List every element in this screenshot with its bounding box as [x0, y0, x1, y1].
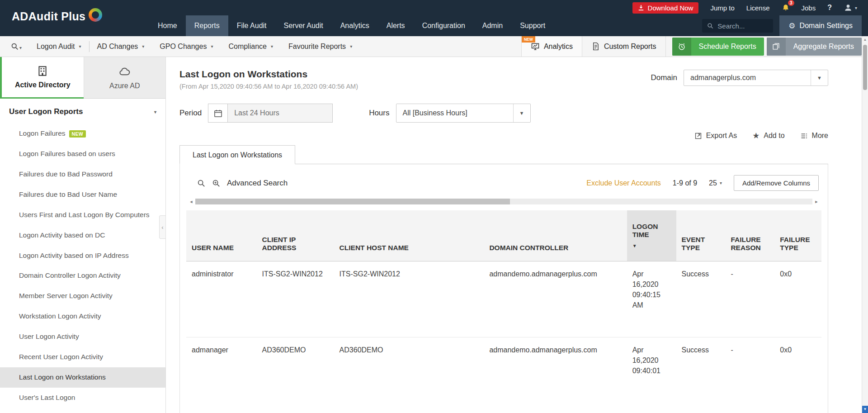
sidebar-item[interactable]: Domain Controller Logon Activity — [0, 266, 165, 286]
sidebar-item[interactable]: Users logged into multiple — [0, 408, 165, 413]
sidebar-collapse-handle[interactable]: ‹ — [159, 215, 165, 239]
cell-event-type: Success — [676, 261, 726, 337]
export-as-button[interactable]: Export As — [694, 132, 737, 140]
cell-domain-controller: admandemo.admanagerplus.com — [484, 261, 627, 337]
domain-selector-group: Domain admanagerplus.com ▼ — [651, 70, 828, 86]
page-size-dropdown[interactable]: 25 ▾ — [709, 179, 722, 187]
report-table: USER NAME CLIENT IP ADDRESS CLIENT HOST … — [186, 210, 821, 413]
analytics-button[interactable]: NEW Analytics — [521, 36, 582, 57]
sidebar-item[interactable]: User's Last Logon — [0, 388, 165, 408]
nav-item-configuration[interactable]: Configuration — [414, 15, 474, 36]
domain-select[interactable]: admanagerplus.com ▼ — [684, 70, 828, 86]
cell-logon-time: Apr 16,2020 09:40:15 AM — [627, 261, 676, 337]
menu-ad-changes[interactable]: AD Changes ▾ — [90, 36, 152, 57]
scroll-down-arrow[interactable]: ▼ — [862, 406, 868, 413]
scroll-right-arrow[interactable]: ► — [812, 199, 821, 204]
aggregate-reports-button[interactable]: Aggregate Reports — [767, 38, 862, 56]
chevron-down-icon: ▾ — [79, 44, 81, 49]
main-content: Last Logon on Workstations (From Apr 15,… — [166, 57, 868, 413]
nav-item-file-audit[interactable]: File Audit — [228, 15, 275, 36]
search-input[interactable] — [717, 22, 768, 30]
column-header-logon-time[interactable]: LOGON TIME ▼ — [627, 210, 676, 261]
scroll-left-arrow[interactable]: ◄ — [187, 199, 195, 204]
jump-to-link[interactable]: Jump to — [710, 4, 734, 12]
scrollbar-track[interactable] — [195, 199, 812, 204]
nav-item-admin[interactable]: Admin — [474, 15, 511, 36]
column-header-user-name[interactable]: USER NAME — [186, 210, 257, 261]
table-row: admanager AD360DEMO AD360DEMO admandemo.… — [186, 337, 821, 413]
sidebar-item[interactable]: Member Server Logon Activity — [0, 286, 165, 306]
tab-active-directory[interactable]: Active Directory — [0, 57, 84, 99]
nav-item-home[interactable]: Home — [149, 15, 186, 36]
scrollbar-thumb[interactable] — [195, 199, 510, 204]
cell-failure-type: 0x0 — [774, 337, 821, 413]
quick-search-icon[interactable] — [197, 179, 205, 187]
sidebar-item[interactable]: Users First and Last Logon By Computers — [0, 205, 165, 225]
sidebar-item[interactable]: User Logon Activity — [0, 327, 165, 347]
cell-domain-controller: admandemo.admanagerplus.com — [484, 337, 627, 413]
column-header-failure-type[interactable]: FAILURE TYPE — [774, 210, 821, 261]
column-header-client-ip-address[interactable]: CLIENT IP ADDRESS — [257, 210, 334, 261]
cell-failure-reason: - — [725, 337, 774, 413]
report-search-button[interactable]: ▾ — [0, 43, 29, 50]
report-actions: Export As ★ Add to More — [179, 132, 828, 140]
menu-gpo-changes[interactable]: GPO Changes ▾ — [152, 36, 221, 57]
sidebar-item[interactable]: Failures due to Bad Password — [0, 164, 165, 185]
sidebar-item-logon-failures[interactable]: Logon FailuresNEW — [0, 123, 165, 144]
add-to-button[interactable]: ★ Add to — [752, 132, 784, 140]
calendar-button[interactable] — [208, 104, 228, 123]
tab-last-logon-on-workstations[interactable]: Last Logon on Workstations — [179, 145, 295, 164]
period-input[interactable] — [228, 104, 333, 123]
license-link[interactable]: License — [746, 4, 770, 12]
exclude-user-accounts-link[interactable]: Exclude User Accounts — [586, 179, 661, 187]
help-button[interactable]: ? — [827, 4, 832, 12]
menu-favourite-reports[interactable]: Favourite Reports ▾ — [281, 36, 360, 57]
scroll-up-arrow[interactable]: ▲ — [862, 36, 868, 43]
column-header-client-host-name[interactable]: CLIENT HOST NAME — [334, 210, 484, 261]
tab-azure-ad[interactable]: Azure AD — [84, 57, 166, 99]
jobs-link[interactable]: Jobs — [802, 4, 816, 12]
advanced-search-icon[interactable] — [212, 179, 220, 187]
sidebar-item[interactable]: Failures due to Bad User Name — [0, 185, 165, 205]
nav-item-alerts[interactable]: Alerts — [378, 15, 414, 36]
user-menu-button[interactable]: ▾ — [844, 3, 857, 12]
sidebar-item[interactable]: Workstation Logon Activity — [0, 306, 165, 327]
menu-compliance[interactable]: Compliance ▾ — [221, 36, 281, 57]
chevron-down-icon: ▼ — [811, 70, 828, 85]
cell-client-ip: ITS-SG2-WIN2012 — [257, 261, 334, 337]
sidebar-item[interactable]: Logon Activity based on IP Address — [0, 246, 165, 266]
app-logo: ADAudit Plus — [12, 10, 102, 23]
column-header-domain-controller[interactable]: DOMAIN CONTROLLER — [484, 210, 627, 261]
notifications-button[interactable]: 3 — [782, 4, 790, 12]
menu-logon-audit[interactable]: Logon Audit ▾ — [29, 36, 89, 57]
column-header-event-type[interactable]: EVENT TYPE — [676, 210, 726, 261]
advanced-search-label[interactable]: Advanced Search — [227, 179, 288, 188]
nav-item-support[interactable]: Support — [511, 15, 554, 36]
sidebar-item-last-logon-on-workstations[interactable]: Last Logon on Workstations — [0, 367, 165, 388]
column-header-failure-reason[interactable]: FAILURE REASON — [725, 210, 774, 261]
add-remove-columns-button[interactable]: Add/Remove Columns — [734, 175, 819, 191]
custom-reports-button[interactable]: Custom Reports — [582, 36, 666, 57]
gear-icon: ⚙ — [788, 21, 795, 31]
notification-count-badge: 3 — [788, 0, 794, 6]
chevron-down-icon: ▾ — [720, 180, 722, 185]
sidebar-item[interactable]: Logon Failures based on users — [0, 144, 165, 164]
schedule-reports-button[interactable]: Schedule Reports — [672, 38, 764, 56]
sidebar-item[interactable]: Recent User Logon Activity — [0, 347, 165, 367]
topbar: ADAudit Plus Download Now Jump to Licens… — [0, 0, 868, 36]
toolbar-right-group: NEW Analytics Custom Reports Schedule Re… — [521, 36, 868, 57]
nav-item-analytics[interactable]: Analytics — [332, 15, 378, 36]
nav-item-reports[interactable]: Reports — [186, 15, 228, 36]
hours-select[interactable]: All [Business Hours] ▼ — [396, 104, 531, 123]
topbar-utility-row: Download Now Jump to License 3 Jobs ? ▾ — [0, 0, 868, 15]
nav-item-server-audit[interactable]: Server Audit — [275, 15, 332, 36]
sidebar-section-user-logon-reports[interactable]: User Logon Reports ▾ — [0, 99, 165, 123]
scrollbar-thumb[interactable] — [863, 45, 867, 90]
period-label: Period — [179, 109, 202, 118]
more-button[interactable]: More — [800, 132, 828, 140]
sidebar-item[interactable]: Logon Activity based on DC — [0, 225, 165, 246]
pagination-range: 1-9 of 9 — [673, 179, 697, 187]
domain-settings-button[interactable]: ⚙ Domain Settings — [779, 15, 862, 36]
download-now-button[interactable]: Download Now — [632, 2, 699, 14]
cell-event-type: Success — [676, 337, 726, 413]
